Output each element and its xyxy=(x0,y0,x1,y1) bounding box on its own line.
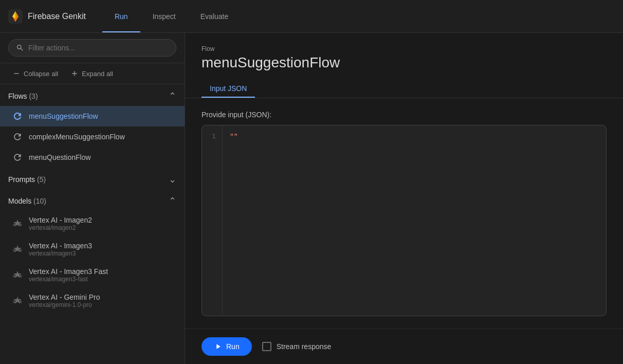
tab-inspect[interactable]: Inspect xyxy=(140,0,188,32)
model-label-1: Vertex AI - Imagen2 xyxy=(29,216,92,224)
sidebar-item-imagen2[interactable]: Vertex AI - Imagen2 vertexai/imagen2 xyxy=(0,211,185,236)
run-play-icon xyxy=(214,342,222,351)
sidebar-item-gemini-pro[interactable]: Vertex AI - Gemini Pro vertexai/gemini-1… xyxy=(0,288,185,314)
search-input[interactable] xyxy=(28,44,169,52)
line-numbers: 1 xyxy=(202,125,223,316)
model-sublabel-3: vertexai/imagen3-fast xyxy=(29,276,108,283)
prompts-chevron-icon: ⌄ xyxy=(169,174,176,185)
code-editor[interactable]: 1 "" xyxy=(201,125,607,316)
model-star-icon-2 xyxy=(12,244,23,254)
model-text-3: Vertex AI - Imagen3 Fast vertexai/imagen… xyxy=(29,267,108,283)
collapse-expand-row: Collapse all Expand all xyxy=(0,63,185,84)
search-container xyxy=(0,33,185,63)
section-prompts-header[interactable]: Prompts (5) ⌄ xyxy=(0,168,185,189)
panel-tabs: Input JSON xyxy=(201,79,607,98)
model-sublabel-4: vertexai/gemini-1.0-pro xyxy=(29,301,100,308)
section-flows-header[interactable]: Flows (3) ⌃ xyxy=(0,84,185,106)
section-models-header[interactable]: Models (10) ⌃ xyxy=(0,189,185,211)
collapse-all-button[interactable]: Collapse all xyxy=(8,67,62,80)
expand-all-button[interactable]: Expand all xyxy=(66,67,117,80)
model-star-icon-1 xyxy=(12,219,23,229)
model-sublabel-1: vertexai/imagen2 xyxy=(29,224,92,231)
model-star-icon-4 xyxy=(12,296,23,306)
panel-body: Provide input (JSON): 1 "" xyxy=(185,98,623,329)
sidebar-item-imagen3-fast[interactable]: Vertex AI - Imagen3 Fast vertexai/imagen… xyxy=(0,262,185,288)
flow-icon-2 xyxy=(12,132,23,142)
flows-count: (3) xyxy=(29,92,38,100)
flows-section-title: Flows (3) xyxy=(8,92,38,100)
input-json-label: Provide input (JSON): xyxy=(201,111,607,119)
flow-item-label-1: menuSuggestionFlow xyxy=(29,112,98,120)
model-label-2: Vertex AI - Imagen3 xyxy=(29,242,92,250)
model-label-3: Vertex AI - Imagen3 Fast xyxy=(29,267,108,276)
code-content[interactable]: "" xyxy=(223,125,606,316)
firebase-logo-icon xyxy=(8,9,23,24)
code-string-value: "" xyxy=(230,133,238,140)
logo-area: Firebase Genkit xyxy=(8,9,86,24)
tab-evaluate[interactable]: Evaluate xyxy=(188,0,241,32)
logo-text: Firebase Genkit xyxy=(28,12,86,21)
search-icon xyxy=(16,44,24,52)
main-panel: Flow menuSuggestionFlow Input JSON Provi… xyxy=(185,33,623,364)
stream-response-checkbox[interactable] xyxy=(262,342,271,351)
expand-icon xyxy=(70,69,79,78)
tab-input-json[interactable]: Input JSON xyxy=(201,79,255,98)
flow-item-label-2: complexMenuSuggestionFlow xyxy=(29,133,125,141)
flow-item-label-3: menuQuestionFlow xyxy=(29,153,91,161)
main-content: Collapse all Expand all Flows (3) ⌃ xyxy=(0,33,623,364)
models-section-title: Models (10) xyxy=(8,197,46,205)
stream-response-label: Stream response xyxy=(277,342,332,351)
sidebar-item-complexmenusuggestionflow[interactable]: complexMenuSuggestionFlow xyxy=(0,126,185,147)
panel-header: Flow menuSuggestionFlow Input JSON xyxy=(185,33,623,98)
prompts-section-title: Prompts (5) xyxy=(8,175,46,184)
stream-response-area[interactable]: Stream response xyxy=(262,342,332,351)
sidebar-item-menusuggestionflow[interactable]: menuSuggestionFlow xyxy=(0,106,185,126)
flow-icon-1 xyxy=(12,111,23,121)
sidebar-item-menuquestionflow[interactable]: menuQuestionFlow xyxy=(0,147,185,168)
panel-footer: Run Stream response xyxy=(185,329,623,364)
model-text-1: Vertex AI - Imagen2 vertexai/imagen2 xyxy=(29,216,92,231)
search-box xyxy=(8,39,176,57)
flows-chevron-icon: ⌃ xyxy=(169,90,176,102)
flow-icon-3 xyxy=(12,152,23,162)
prompts-count: (5) xyxy=(37,175,46,184)
model-star-icon-3 xyxy=(12,270,23,280)
model-text-4: Vertex AI - Gemini Pro vertexai/gemini-1… xyxy=(29,293,100,308)
collapse-icon xyxy=(12,69,21,78)
top-nav: Firebase Genkit Run Inspect Evaluate xyxy=(0,0,623,33)
breadcrumb: Flow xyxy=(201,45,607,52)
models-count: (10) xyxy=(33,197,46,205)
page-title: menuSuggestionFlow xyxy=(201,54,607,71)
nav-tabs: Run Inspect Evaluate xyxy=(102,0,241,32)
model-text-2: Vertex AI - Imagen3 vertexai/imagen3 xyxy=(29,242,92,257)
model-sublabel-2: vertexai/imagen3 xyxy=(29,250,92,257)
models-chevron-icon: ⌃ xyxy=(169,195,176,207)
sidebar-item-imagen3[interactable]: Vertex AI - Imagen3 vertexai/imagen3 xyxy=(0,236,185,262)
tab-run[interactable]: Run xyxy=(102,0,140,32)
run-button[interactable]: Run xyxy=(201,337,252,356)
model-label-4: Vertex AI - Gemini Pro xyxy=(29,293,100,301)
sidebar-list: Flows (3) ⌃ menuSuggestionFlow xyxy=(0,84,185,364)
sidebar: Collapse all Expand all Flows (3) ⌃ xyxy=(0,33,185,364)
